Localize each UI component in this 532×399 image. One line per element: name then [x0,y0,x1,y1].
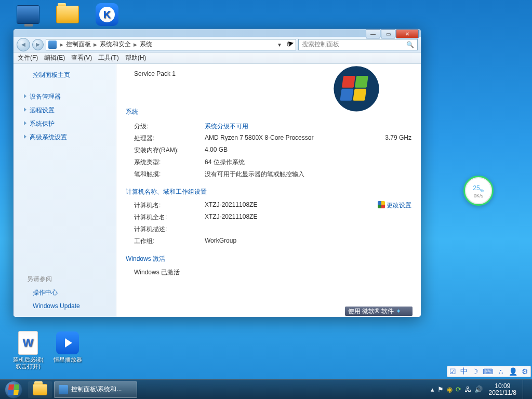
tray-up-icon[interactable]: ▴ [431,385,434,393]
ram-label: 安装内存(RAM): [134,146,205,155]
ime-toolbar[interactable]: ☑ 中 ☽ ⌨ ⛬ 👤 ⚙ [447,366,531,377]
pen-value: 没有可用于此显示器的笔或触控输入 [205,170,411,179]
menu-view[interactable]: 查看(V) [71,54,92,62]
systype-label: 系统类型: [134,158,205,167]
ime-check-icon[interactable]: ☑ [449,367,456,376]
address-dropdown-icon[interactable]: ▾ [276,41,283,48]
tray-refresh-icon[interactable]: ⟳ [456,385,461,393]
ime-moon-icon[interactable]: ☽ [472,367,478,376]
nav-back-button[interactable]: ◄ [17,38,30,51]
breadcrumb-system[interactable]: 系统 [138,40,154,49]
window-navbar: ◄ ► ▶ 控制面板 ▶ 系统和安全 ▶ 系统 ▾ ↻ 搜索控制面板 🔍 [14,37,421,52]
maximize-button[interactable]: ▭ [381,29,395,38]
close-button[interactable]: ✕ [396,29,419,38]
tray-network-icon[interactable]: 🖧 [464,385,471,393]
search-icon[interactable]: 🔍 [406,41,414,48]
change-settings-link[interactable]: 更改设置 [378,201,411,210]
svg-point-0 [334,66,379,111]
search-input[interactable]: 搜索控制面板 🔍 [298,39,418,50]
rating-label: 分级: [134,122,205,131]
show-desktop-button[interactable] [523,380,530,400]
breadcrumb-control-panel[interactable]: 控制面板 [64,40,92,49]
cpu-label: 处理器: [134,134,205,143]
menu-edit[interactable]: 编辑(E) [44,54,65,62]
section-activation: Windows 激活 [126,255,411,263]
sidebar-advanced-settings[interactable]: 高级系统设置 [24,132,116,142]
pen-label: 笔和触摸: [134,170,205,179]
tray-flag-icon[interactable]: ⚑ [437,385,444,393]
system-window: — ▭ ✕ ◄ ► ▶ 控制面板 ▶ 系统和安全 ▶ 系统 ▾ ↻ 搜索控制面板… [13,29,421,317]
ime-user-icon[interactable]: 👤 [509,367,517,376]
perf-widget[interactable]: 25% 0K/s [463,176,494,206]
compname-value: XTZJ-20211108ZE [205,201,378,210]
sidebar-action-center[interactable]: 操作中心 [24,288,116,297]
window-titlebar[interactable]: — ▭ ✕ [14,29,421,37]
tray-volume-icon[interactable]: 🔊 [474,385,483,393]
sidebar-device-manager[interactable]: 设备管理器 [24,92,116,101]
refresh-icon[interactable]: ↻ [284,41,294,48]
sidebar: 控制面板主页 设备管理器 远程设置 系统保护 高级系统设置 另请参阅 操作中心 … [14,64,116,317]
ime-lang-icon[interactable]: 中 [460,367,468,376]
minimize-button[interactable]: — [366,29,380,38]
compname-label: 计算机名: [134,201,205,210]
content-pane: Service Pack 1 系统 分级:系统分级不可用 处理器:AMD Ryz… [116,64,421,317]
menu-tools[interactable]: 工具(T) [98,54,118,62]
cpu-speed: 3.79 GHz [385,134,411,143]
ime-gear-icon[interactable]: ⚙ [522,367,528,376]
taskbar-pinned-explorer[interactable] [28,381,52,398]
compdesc-label: 计算机描述: [134,225,205,234]
compfull-label: 计算机全名: [134,213,205,222]
address-bar[interactable]: ▶ 控制面板 ▶ 系统和安全 ▶ 系统 ▾ ↻ [46,39,296,50]
breadcrumb-sep-icon: ▶ [60,42,63,47]
sidebar-see-also: 另请参阅 [24,274,116,284]
taskbar: 控制面板\系统和... ▴ ⚑ ◉ ⟳ 🖧 🔊 10:09 2021/11/8 [0,379,532,399]
svg-rect-2 [355,76,368,88]
menu-file[interactable]: 文件(F) [18,54,38,62]
genuine-badge[interactable]: 使用 微软® 软件✦ [345,307,413,316]
desktop-icon-readme[interactable]: W装机后必读( 双击打开) [9,330,47,370]
search-placeholder: 搜索控制面板 [302,40,339,49]
svg-rect-1 [342,76,355,88]
menu-bar: 文件(F) 编辑(E) 查看(V) 工具(T) 帮助(H) [14,52,421,64]
rating-link[interactable]: 系统分级不可用 [205,122,411,131]
windows-flag-icon [8,384,19,395]
taskbar-item-control-panel[interactable]: 控制面板\系统和... [54,381,137,398]
activation-status: Windows 已激活 [134,268,180,277]
svg-rect-4 [353,89,366,101]
tray-clock[interactable]: 10:09 2021/11/8 [486,383,520,396]
sidebar-windows-update[interactable]: Windows Update [24,301,116,311]
compfull-value: XTZJ-20211108ZE [205,213,411,222]
desktop-icon-k-app[interactable]: K [88,2,126,28]
system-tray: ▴ ⚑ ◉ ⟳ 🖧 🔊 10:09 2021/11/8 [431,380,532,400]
ime-keyboard-icon[interactable]: ⌨ [483,367,493,376]
workgroup-label: 工作组: [134,237,205,246]
menu-help[interactable]: 帮助(H) [125,54,147,62]
section-computer-name: 计算机名称、域和工作组设置 [126,188,411,196]
svg-rect-3 [340,89,353,101]
cpu-value: AMD Ryzen 7 5800X 8-Core Processor [205,134,385,143]
sidebar-system-protection[interactable]: 系统保护 [24,119,116,128]
ram-value: 4.00 GB [205,146,411,155]
systype-value: 64 位操作系统 [205,158,411,167]
desktop-icon-folder[interactable] [49,2,86,28]
sidebar-home[interactable]: 控制面板主页 [24,70,116,79]
desktop-icon-player[interactable]: 恒星播放器 [49,330,86,363]
ime-star-icon[interactable]: ⛬ [497,367,504,376]
breadcrumb-system-security[interactable]: 系统和安全 [98,40,132,49]
windows-logo-icon [317,64,396,118]
start-button[interactable] [0,380,27,400]
nav-forward-button[interactable]: ► [32,39,44,50]
control-panel-icon [59,385,68,394]
control-panel-icon [48,41,57,49]
sidebar-remote-settings[interactable]: 远程设置 [24,105,116,115]
workgroup-value: WorkGroup [205,237,411,246]
shield-icon [378,201,385,208]
taskbar-item-label: 控制面板\系统和... [71,385,122,394]
tray-shield-icon[interactable]: ◉ [447,385,453,393]
desktop-icon-computer[interactable] [9,2,47,28]
